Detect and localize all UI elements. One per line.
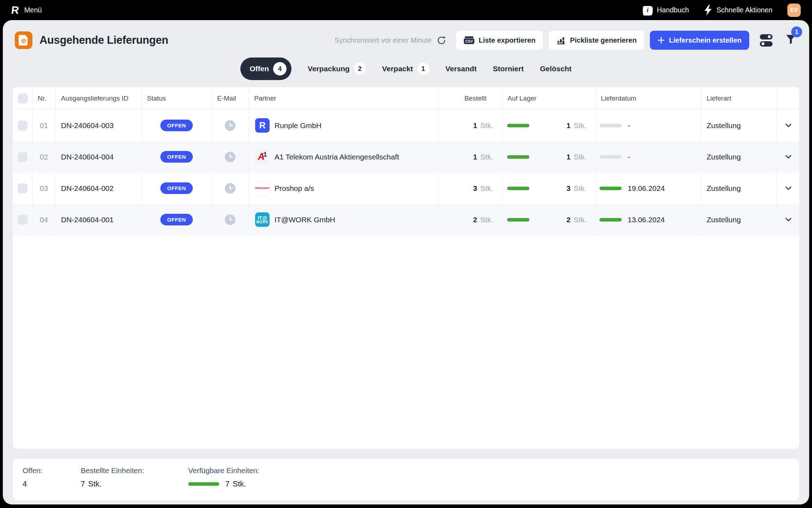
stock-unit: Stk. (574, 216, 586, 224)
tab-storniert[interactable]: Storniert (493, 65, 524, 73)
select-all-checkbox[interactable] (18, 93, 28, 103)
outgoing-deliveries-icon (15, 31, 32, 49)
ordered-qty: 1 (473, 121, 477, 130)
ordered-units-value: 7 (81, 479, 85, 489)
email-pending-clock-icon (225, 152, 235, 162)
tab-label: Verpackt (382, 65, 413, 73)
main-panel: Ausgehende Lieferungen Synchronisiert vo… (3, 20, 809, 504)
date-bar (599, 218, 622, 222)
row-checkbox[interactable] (18, 215, 27, 225)
table-row[interactable]: 04 DN-240604-001 OFFEN IT@WORK IT@WORK G… (13, 204, 799, 235)
stock-unit: Stk. (574, 121, 586, 130)
quick-actions-label: Schnelle Aktionen (716, 6, 773, 14)
open-count-value: 4 (23, 479, 81, 489)
header-expand (777, 87, 799, 109)
tab-geloescht[interactable]: Gelöscht (540, 65, 572, 73)
ordered-qty: 1 (473, 153, 477, 161)
available-units-value: 7 (225, 479, 229, 489)
row-number: 02 (40, 153, 48, 161)
ordered-units-label: Bestellte Einheiten: (81, 466, 188, 475)
stock-unit: Stk. (574, 153, 586, 161)
tab-count-badge: 4 (273, 62, 287, 75)
delivery-id: DN-240604-001 (56, 204, 142, 235)
row-number: 04 (40, 216, 48, 224)
lightning-icon (704, 5, 712, 16)
stock-qty: 3 (566, 184, 571, 193)
status-badge: OFFEN (160, 182, 192, 194)
header-ordered: Bestellt (438, 87, 502, 109)
date-bar (599, 124, 622, 127)
tab-offen[interactable]: Offen 4 (240, 58, 291, 80)
partner-name: A1 Telekom Austria Aktiengesellschaft (275, 153, 399, 161)
status-badge: OFFEN (160, 151, 192, 163)
tab-count-badge: 1 (417, 63, 429, 75)
available-units-unit: Stk. (233, 479, 246, 489)
available-units-bar (188, 482, 219, 486)
partner-logo: A1 (255, 150, 270, 164)
stock-qty: 1 (566, 153, 571, 161)
row-checkbox[interactable] (18, 152, 27, 162)
status-tabs: Offen 4 Verpackung 2 Verpackt 1 Versandt… (3, 58, 809, 80)
quick-actions-button[interactable]: Schnelle Aktionen (704, 5, 773, 16)
user-avatar[interactable]: EV (787, 4, 801, 17)
delivery-date: - (628, 121, 630, 130)
row-checkbox[interactable] (18, 121, 27, 131)
header-checkbox-cell (13, 87, 32, 109)
menu-button[interactable]: R Menü (11, 5, 42, 16)
stock-bar (507, 187, 529, 190)
export-list-button[interactable]: CSV Liste exportieren (456, 31, 543, 50)
handbuch-label: Handbuch (657, 6, 689, 14)
expand-row-chevron-icon[interactable] (785, 155, 792, 159)
page-title: Ausgehende Lieferungen (39, 34, 168, 47)
expand-row-chevron-icon[interactable] (785, 123, 792, 127)
tab-verpackt[interactable]: Verpackt 1 (382, 63, 429, 75)
delivery-type: Zustellung (701, 173, 777, 204)
runple-logo-icon: R (11, 5, 19, 16)
header-email: E-Mail (212, 87, 249, 109)
refresh-icon[interactable] (437, 36, 446, 45)
delivery-date: 13.06.2024 (628, 216, 665, 224)
create-delivery-note-button[interactable]: Lieferschein erstellen (650, 31, 749, 50)
filter-count-badge: 1 (791, 26, 802, 37)
header-status: Status (142, 87, 212, 109)
generate-picklist-label: Pickliste generieren (570, 36, 636, 44)
header-stock: Auf Lager (502, 87, 596, 109)
email-pending-clock-icon (225, 120, 235, 131)
header-id: Ausgangslieferungs ID (56, 87, 142, 109)
table-row[interactable]: 03 DN-240604-002 OFFEN PROSHOP Proshop a… (13, 173, 799, 204)
stock-bar (507, 218, 529, 222)
row-number: 01 (40, 121, 48, 130)
date-bar (599, 187, 622, 190)
tab-label: Offen (250, 65, 269, 73)
row-checkbox[interactable] (18, 183, 27, 193)
header-nr: Nr. (32, 87, 56, 109)
tab-verpackung[interactable]: Verpackung 2 (308, 63, 366, 75)
stock-qty: 2 (566, 216, 571, 224)
delivery-date: 19.06.2024 (628, 184, 665, 193)
table-row[interactable]: 02 DN-240604-004 OFFEN A1 A1 Telekom Aus… (13, 141, 799, 173)
tab-label: Verpackung (308, 65, 350, 73)
ordered-unit: Stk. (480, 121, 493, 130)
header-date: Lieferdatum (596, 87, 701, 109)
csv-icon: CSV (464, 38, 474, 44)
handbook-icon: i (643, 6, 653, 14)
table-row[interactable]: 01 DN-240604-003 OFFEN R Runple GmbH 1St… (13, 110, 799, 141)
expand-row-chevron-icon[interactable] (785, 186, 792, 190)
partner-logo: IT@WORK (255, 212, 270, 227)
expand-row-chevron-icon[interactable] (785, 218, 792, 222)
page-header: Ausgehende Lieferungen Synchronisiert vo… (3, 20, 809, 50)
stock-qty: 1 (566, 121, 571, 130)
partner-logo: R (255, 118, 270, 133)
tab-label: Storniert (493, 65, 524, 73)
table-settings-button[interactable] (759, 34, 773, 47)
delivery-type: Zustellung (701, 141, 777, 173)
tab-versandt[interactable]: Versandt (445, 65, 477, 73)
handbuch-button[interactable]: i Handbuch (643, 6, 689, 14)
ordered-units-unit: Stk. (88, 479, 102, 489)
filter-button[interactable]: 1 (785, 34, 796, 46)
generate-picklist-button[interactable]: Pickliste generieren (549, 31, 644, 50)
partner-name: Runple GmbH (275, 121, 321, 130)
deliveries-table: Nr. Ausgangslieferungs ID Status E-Mail … (13, 87, 799, 449)
open-count-label: Offen: (23, 466, 81, 475)
ordered-qty: 2 (473, 216, 477, 224)
